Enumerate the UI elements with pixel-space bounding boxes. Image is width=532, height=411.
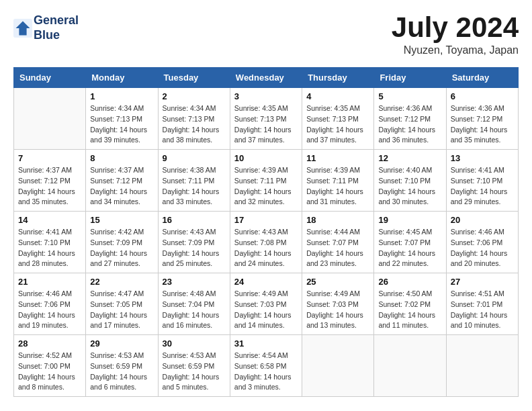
calendar-cell: 30Sunrise: 4:53 AMSunset: 6:59 PMDayligh…: [158, 335, 230, 397]
calendar-cell: 2Sunrise: 4:34 AMSunset: 7:13 PMDaylight…: [158, 88, 230, 150]
cell-info: Sunrise: 4:53 AMSunset: 6:59 PMDaylight:…: [90, 351, 153, 393]
calendar-cell: 5Sunrise: 4:36 AMSunset: 7:12 PMDaylight…: [374, 88, 446, 150]
week-row-2: 7Sunrise: 4:37 AMSunset: 7:12 PMDaylight…: [14, 150, 519, 212]
cell-info: Sunrise: 4:39 AMSunset: 7:11 PMDaylight:…: [234, 165, 298, 208]
cell-info: Sunrise: 4:36 AMSunset: 7:12 PMDaylight:…: [451, 103, 514, 146]
calendar-cell: 20Sunrise: 4:46 AMSunset: 7:06 PMDayligh…: [446, 212, 518, 273]
header-row: SundayMondayTuesdayWednesdayThursdayFrid…: [14, 68, 519, 88]
calendar-cell: 8Sunrise: 4:37 AMSunset: 7:12 PMDaylight…: [86, 150, 158, 212]
logo: General Blue: [13, 13, 79, 42]
calendar-cell: 24Sunrise: 4:49 AMSunset: 7:03 PMDayligh…: [230, 273, 302, 335]
calendar-cell: 9Sunrise: 4:38 AMSunset: 7:11 PMDaylight…: [158, 150, 230, 212]
cell-info: Sunrise: 4:48 AMSunset: 7:04 PMDaylight:…: [163, 289, 226, 331]
calendar-cell: [446, 335, 518, 397]
cell-info: Sunrise: 4:44 AMSunset: 7:07 PMDaylight:…: [306, 227, 369, 269]
cell-info: Sunrise: 4:42 AMSunset: 7:09 PMDaylight:…: [90, 227, 153, 269]
day-number: 5: [378, 91, 441, 101]
day-number: 13: [451, 153, 514, 163]
logo-line1: General: [34, 13, 79, 28]
calendar-cell: 29Sunrise: 4:53 AMSunset: 6:59 PMDayligh…: [86, 335, 158, 397]
day-number: 28: [18, 338, 81, 349]
calendar-cell: 28Sunrise: 4:52 AMSunset: 7:00 PMDayligh…: [14, 335, 86, 397]
calendar-cell: 15Sunrise: 4:42 AMSunset: 7:09 PMDayligh…: [86, 212, 158, 273]
cell-info: Sunrise: 4:46 AMSunset: 7:06 PMDaylight:…: [451, 227, 514, 269]
cell-info: Sunrise: 4:41 AMSunset: 7:10 PMDaylight:…: [451, 165, 514, 208]
cell-info: Sunrise: 4:37 AMSunset: 7:12 PMDaylight:…: [90, 165, 153, 208]
logo-text: General Blue: [34, 13, 79, 42]
logo-icon: [13, 19, 32, 38]
day-number: 17: [234, 215, 298, 225]
cell-info: Sunrise: 4:52 AMSunset: 7:00 PMDaylight:…: [18, 351, 81, 393]
week-row-1: 1Sunrise: 4:34 AMSunset: 7:13 PMDaylight…: [14, 88, 519, 150]
col-header-monday: Monday: [86, 68, 158, 88]
col-header-sunday: Sunday: [14, 68, 86, 88]
calendar-cell: 1Sunrise: 4:34 AMSunset: 7:13 PMDaylight…: [86, 88, 158, 150]
month-title: July 2024: [392, 13, 519, 42]
calendar-cell: 21Sunrise: 4:46 AMSunset: 7:06 PMDayligh…: [14, 273, 86, 335]
day-number: 9: [163, 153, 226, 163]
day-number: 24: [234, 277, 298, 287]
day-number: 10: [234, 153, 298, 163]
cell-info: Sunrise: 4:51 AMSunset: 7:01 PMDaylight:…: [451, 289, 514, 331]
day-number: 3: [234, 91, 298, 101]
calendar-cell: 4Sunrise: 4:35 AMSunset: 7:13 PMDaylight…: [302, 88, 374, 150]
day-number: 31: [234, 338, 298, 349]
day-number: 8: [90, 153, 153, 163]
cell-info: Sunrise: 4:34 AMSunset: 7:13 PMDaylight:…: [163, 103, 226, 146]
day-number: 2: [163, 91, 226, 101]
day-number: 29: [90, 338, 153, 349]
calendar-cell: 31Sunrise: 4:54 AMSunset: 6:58 PMDayligh…: [230, 335, 302, 397]
page-header: General Blue July 2024 Nyuzen, Toyama, J…: [13, 13, 519, 56]
calendar-cell: 27Sunrise: 4:51 AMSunset: 7:01 PMDayligh…: [446, 273, 518, 335]
title-block: July 2024 Nyuzen, Toyama, Japan: [392, 13, 519, 56]
cell-info: Sunrise: 4:49 AMSunset: 7:03 PMDaylight:…: [234, 289, 298, 331]
col-header-friday: Friday: [374, 68, 446, 88]
cell-info: Sunrise: 4:37 AMSunset: 7:12 PMDaylight:…: [18, 165, 81, 208]
day-number: 26: [378, 277, 441, 287]
day-number: 25: [306, 277, 369, 287]
calendar-cell: 11Sunrise: 4:39 AMSunset: 7:11 PMDayligh…: [302, 150, 374, 212]
cell-info: Sunrise: 4:40 AMSunset: 7:10 PMDaylight:…: [378, 165, 441, 208]
calendar-cell: 18Sunrise: 4:44 AMSunset: 7:07 PMDayligh…: [302, 212, 374, 273]
calendar-cell: 3Sunrise: 4:35 AMSunset: 7:13 PMDaylight…: [230, 88, 302, 150]
calendar-cell: 13Sunrise: 4:41 AMSunset: 7:10 PMDayligh…: [446, 150, 518, 212]
cell-info: Sunrise: 4:50 AMSunset: 7:02 PMDaylight:…: [378, 289, 441, 331]
cell-info: Sunrise: 4:53 AMSunset: 6:59 PMDaylight:…: [163, 351, 226, 393]
calendar-cell: 16Sunrise: 4:43 AMSunset: 7:09 PMDayligh…: [158, 212, 230, 273]
calendar-cell: 14Sunrise: 4:41 AMSunset: 7:10 PMDayligh…: [14, 212, 86, 273]
day-number: 16: [163, 215, 226, 225]
week-row-4: 21Sunrise: 4:46 AMSunset: 7:06 PMDayligh…: [14, 273, 519, 335]
calendar-cell: 17Sunrise: 4:43 AMSunset: 7:08 PMDayligh…: [230, 212, 302, 273]
cell-info: Sunrise: 4:49 AMSunset: 7:03 PMDaylight:…: [306, 289, 369, 331]
day-number: 11: [306, 153, 369, 163]
cell-info: Sunrise: 4:35 AMSunset: 7:13 PMDaylight:…: [306, 103, 369, 146]
calendar-cell: [302, 335, 374, 397]
cell-info: Sunrise: 4:43 AMSunset: 7:09 PMDaylight:…: [163, 227, 226, 269]
col-header-tuesday: Tuesday: [158, 68, 230, 88]
cell-info: Sunrise: 4:43 AMSunset: 7:08 PMDaylight:…: [234, 227, 298, 269]
calendar-cell: 26Sunrise: 4:50 AMSunset: 7:02 PMDayligh…: [374, 273, 446, 335]
logo-line2: Blue: [34, 28, 79, 43]
cell-info: Sunrise: 4:46 AMSunset: 7:06 PMDaylight:…: [18, 289, 81, 331]
day-number: 18: [306, 215, 369, 225]
day-number: 30: [163, 338, 226, 349]
cell-info: Sunrise: 4:38 AMSunset: 7:11 PMDaylight:…: [163, 165, 226, 208]
cell-info: Sunrise: 4:39 AMSunset: 7:11 PMDaylight:…: [306, 165, 369, 208]
calendar-cell: 10Sunrise: 4:39 AMSunset: 7:11 PMDayligh…: [230, 150, 302, 212]
day-number: 12: [378, 153, 441, 163]
cell-info: Sunrise: 4:47 AMSunset: 7:05 PMDaylight:…: [90, 289, 153, 331]
calendar-cell: 6Sunrise: 4:36 AMSunset: 7:12 PMDaylight…: [446, 88, 518, 150]
day-number: 4: [306, 91, 369, 101]
cell-info: Sunrise: 4:41 AMSunset: 7:10 PMDaylight:…: [18, 227, 81, 269]
calendar-cell: 23Sunrise: 4:48 AMSunset: 7:04 PMDayligh…: [158, 273, 230, 335]
cell-info: Sunrise: 4:54 AMSunset: 6:58 PMDaylight:…: [234, 351, 298, 393]
cell-info: Sunrise: 4:45 AMSunset: 7:07 PMDaylight:…: [378, 227, 441, 269]
calendar-cell: 22Sunrise: 4:47 AMSunset: 7:05 PMDayligh…: [86, 273, 158, 335]
day-number: 21: [18, 277, 81, 287]
calendar-table: SundayMondayTuesdayWednesdayThursdayFrid…: [13, 67, 519, 397]
calendar-cell: 25Sunrise: 4:49 AMSunset: 7:03 PMDayligh…: [302, 273, 374, 335]
day-number: 15: [90, 215, 153, 225]
week-row-3: 14Sunrise: 4:41 AMSunset: 7:10 PMDayligh…: [14, 212, 519, 273]
day-number: 22: [90, 277, 153, 287]
calendar-cell: 19Sunrise: 4:45 AMSunset: 7:07 PMDayligh…: [374, 212, 446, 273]
